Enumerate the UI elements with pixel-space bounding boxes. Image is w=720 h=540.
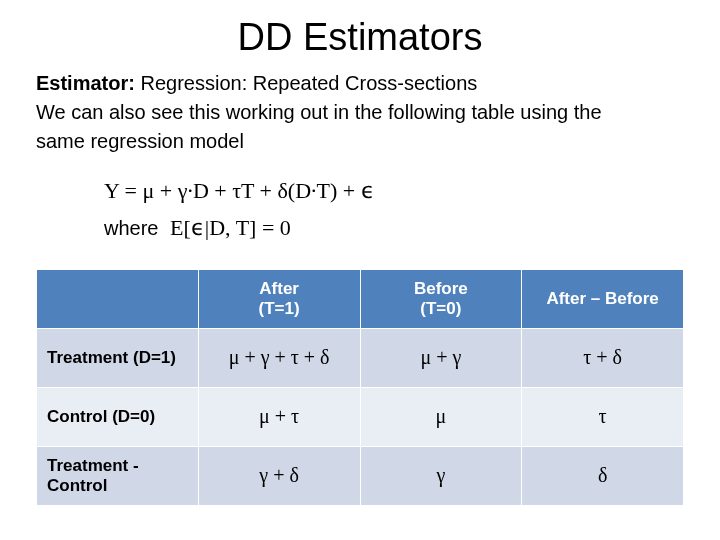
body-line-1: We can also see this working out in the …: [36, 100, 684, 125]
equation-where: where E[ϵ|D, T] = 0: [104, 209, 684, 246]
subtitle-rest: Regression: Repeated Cross-sections: [135, 72, 477, 94]
table-header-row: After(T=1) Before(T=0) After – Before: [37, 269, 684, 328]
cell-before: μ + γ: [360, 328, 522, 387]
row-label: Treatment - Control: [37, 446, 199, 505]
body-line-2: same regression model: [36, 129, 684, 154]
row-label: Control (D=0): [37, 387, 199, 446]
subtitle-bold: Estimator:: [36, 72, 135, 94]
slide: DD Estimators Estimator: Regression: Rep…: [0, 0, 720, 540]
subtitle-line-1: Estimator: Regression: Repeated Cross-se…: [36, 71, 684, 96]
cell-after: μ + γ + τ + δ: [198, 328, 360, 387]
cell-after: μ + τ: [198, 387, 360, 446]
row-label: Treatment (D=1): [37, 328, 199, 387]
cell-diff: τ: [522, 387, 684, 446]
table-row: Treatment - Control γ + δ γ δ: [37, 446, 684, 505]
cell-diff: δ: [522, 446, 684, 505]
equation-where-expr: E[ϵ|D, T] = 0: [170, 215, 291, 240]
header-before: Before(T=0): [360, 269, 522, 328]
equation-block: Y = μ + γ·D + τT + δ(D·T) + ϵ where E[ϵ|…: [104, 172, 684, 247]
cell-before: μ: [360, 387, 522, 446]
header-diff: After – Before: [522, 269, 684, 328]
cell-diff: τ + δ: [522, 328, 684, 387]
cell-before: γ: [360, 446, 522, 505]
table-row: Control (D=0) μ + τ μ τ: [37, 387, 684, 446]
slide-title: DD Estimators: [36, 16, 684, 59]
cell-after: γ + δ: [198, 446, 360, 505]
dd-table: After(T=1) Before(T=0) After – Before Tr…: [36, 269, 684, 506]
equation-main: Y = μ + γ·D + τT + δ(D·T) + ϵ: [104, 172, 684, 209]
header-after: After(T=1): [198, 269, 360, 328]
header-corner: [37, 269, 199, 328]
equation-where-label: where: [104, 217, 158, 239]
table-row: Treatment (D=1) μ + γ + τ + δ μ + γ τ + …: [37, 328, 684, 387]
